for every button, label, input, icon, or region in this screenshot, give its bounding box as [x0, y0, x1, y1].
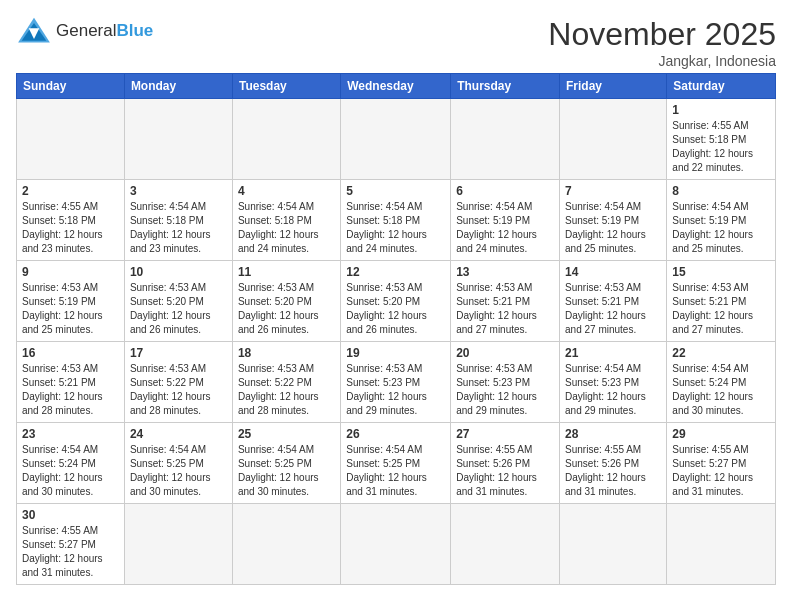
calendar-header-row: Sunday Monday Tuesday Wednesday Thursday… — [17, 74, 776, 99]
day-number: 29 — [672, 427, 770, 441]
day-info: Sunrise: 4:53 AM Sunset: 5:23 PM Dayligh… — [456, 362, 554, 418]
day-info: Sunrise: 4:54 AM Sunset: 5:18 PM Dayligh… — [238, 200, 335, 256]
day-info: Sunrise: 4:54 AM Sunset: 5:18 PM Dayligh… — [346, 200, 445, 256]
table-row: 9Sunrise: 4:53 AM Sunset: 5:19 PM Daylig… — [17, 261, 125, 342]
table-row: 4Sunrise: 4:54 AM Sunset: 5:18 PM Daylig… — [232, 180, 340, 261]
table-row — [124, 99, 232, 180]
table-row — [341, 504, 451, 585]
day-info: Sunrise: 4:55 AM Sunset: 5:18 PM Dayligh… — [22, 200, 119, 256]
day-number: 9 — [22, 265, 119, 279]
day-number: 19 — [346, 346, 445, 360]
header-saturday: Saturday — [667, 74, 776, 99]
day-number: 30 — [22, 508, 119, 522]
table-row: 5Sunrise: 4:54 AM Sunset: 5:18 PM Daylig… — [341, 180, 451, 261]
header-friday: Friday — [560, 74, 667, 99]
day-info: Sunrise: 4:53 AM Sunset: 5:20 PM Dayligh… — [238, 281, 335, 337]
table-row: 2Sunrise: 4:55 AM Sunset: 5:18 PM Daylig… — [17, 180, 125, 261]
table-row: 24Sunrise: 4:54 AM Sunset: 5:25 PM Dayli… — [124, 423, 232, 504]
table-row: 8Sunrise: 4:54 AM Sunset: 5:19 PM Daylig… — [667, 180, 776, 261]
day-info: Sunrise: 4:55 AM Sunset: 5:26 PM Dayligh… — [456, 443, 554, 499]
calendar: Sunday Monday Tuesday Wednesday Thursday… — [16, 73, 776, 585]
day-info: Sunrise: 4:54 AM Sunset: 5:19 PM Dayligh… — [456, 200, 554, 256]
location: Jangkar, Indonesia — [548, 53, 776, 69]
table-row: 13Sunrise: 4:53 AM Sunset: 5:21 PM Dayli… — [451, 261, 560, 342]
table-row: 19Sunrise: 4:53 AM Sunset: 5:23 PM Dayli… — [341, 342, 451, 423]
header-tuesday: Tuesday — [232, 74, 340, 99]
table-row: 6Sunrise: 4:54 AM Sunset: 5:19 PM Daylig… — [451, 180, 560, 261]
table-row — [124, 504, 232, 585]
table-row — [451, 99, 560, 180]
table-row: 16Sunrise: 4:53 AM Sunset: 5:21 PM Dayli… — [17, 342, 125, 423]
header-monday: Monday — [124, 74, 232, 99]
day-info: Sunrise: 4:53 AM Sunset: 5:21 PM Dayligh… — [672, 281, 770, 337]
table-row — [232, 99, 340, 180]
day-info: Sunrise: 4:54 AM Sunset: 5:18 PM Dayligh… — [130, 200, 227, 256]
page-header: GeneralBlue November 2025 Jangkar, Indon… — [16, 16, 776, 69]
table-row — [667, 504, 776, 585]
table-row: 22Sunrise: 4:54 AM Sunset: 5:24 PM Dayli… — [667, 342, 776, 423]
logo-text: GeneralBlue — [56, 21, 153, 41]
day-number: 11 — [238, 265, 335, 279]
day-number: 2 — [22, 184, 119, 198]
table-row: 29Sunrise: 4:55 AM Sunset: 5:27 PM Dayli… — [667, 423, 776, 504]
table-row: 20Sunrise: 4:53 AM Sunset: 5:23 PM Dayli… — [451, 342, 560, 423]
table-row: 11Sunrise: 4:53 AM Sunset: 5:20 PM Dayli… — [232, 261, 340, 342]
day-info: Sunrise: 4:54 AM Sunset: 5:25 PM Dayligh… — [130, 443, 227, 499]
table-row — [560, 504, 667, 585]
day-number: 21 — [565, 346, 661, 360]
table-row: 30Sunrise: 4:55 AM Sunset: 5:27 PM Dayli… — [17, 504, 125, 585]
day-info: Sunrise: 4:54 AM Sunset: 5:25 PM Dayligh… — [346, 443, 445, 499]
day-info: Sunrise: 4:53 AM Sunset: 5:21 PM Dayligh… — [22, 362, 119, 418]
day-number: 5 — [346, 184, 445, 198]
logo: GeneralBlue — [16, 16, 153, 46]
day-info: Sunrise: 4:53 AM Sunset: 5:22 PM Dayligh… — [238, 362, 335, 418]
logo-icon — [16, 16, 52, 46]
day-number: 27 — [456, 427, 554, 441]
table-row: 21Sunrise: 4:54 AM Sunset: 5:23 PM Dayli… — [560, 342, 667, 423]
day-number: 6 — [456, 184, 554, 198]
day-info: Sunrise: 4:54 AM Sunset: 5:25 PM Dayligh… — [238, 443, 335, 499]
day-info: Sunrise: 4:53 AM Sunset: 5:20 PM Dayligh… — [346, 281, 445, 337]
day-info: Sunrise: 4:53 AM Sunset: 5:20 PM Dayligh… — [130, 281, 227, 337]
table-row: 7Sunrise: 4:54 AM Sunset: 5:19 PM Daylig… — [560, 180, 667, 261]
day-number: 1 — [672, 103, 770, 117]
day-info: Sunrise: 4:53 AM Sunset: 5:21 PM Dayligh… — [565, 281, 661, 337]
day-info: Sunrise: 4:54 AM Sunset: 5:19 PM Dayligh… — [565, 200, 661, 256]
day-number: 14 — [565, 265, 661, 279]
day-number: 25 — [238, 427, 335, 441]
day-number: 17 — [130, 346, 227, 360]
day-info: Sunrise: 4:55 AM Sunset: 5:27 PM Dayligh… — [672, 443, 770, 499]
table-row: 27Sunrise: 4:55 AM Sunset: 5:26 PM Dayli… — [451, 423, 560, 504]
day-number: 28 — [565, 427, 661, 441]
day-info: Sunrise: 4:55 AM Sunset: 5:27 PM Dayligh… — [22, 524, 119, 580]
day-number: 4 — [238, 184, 335, 198]
day-number: 16 — [22, 346, 119, 360]
table-row — [451, 504, 560, 585]
table-row: 14Sunrise: 4:53 AM Sunset: 5:21 PM Dayli… — [560, 261, 667, 342]
table-row: 23Sunrise: 4:54 AM Sunset: 5:24 PM Dayli… — [17, 423, 125, 504]
day-number: 18 — [238, 346, 335, 360]
table-row — [232, 504, 340, 585]
day-number: 22 — [672, 346, 770, 360]
day-number: 24 — [130, 427, 227, 441]
table-row: 28Sunrise: 4:55 AM Sunset: 5:26 PM Dayli… — [560, 423, 667, 504]
table-row: 3Sunrise: 4:54 AM Sunset: 5:18 PM Daylig… — [124, 180, 232, 261]
day-number: 15 — [672, 265, 770, 279]
table-row: 1Sunrise: 4:55 AM Sunset: 5:18 PM Daylig… — [667, 99, 776, 180]
month-title: November 2025 — [548, 16, 776, 53]
day-number: 3 — [130, 184, 227, 198]
day-info: Sunrise: 4:53 AM Sunset: 5:23 PM Dayligh… — [346, 362, 445, 418]
header-thursday: Thursday — [451, 74, 560, 99]
table-row: 17Sunrise: 4:53 AM Sunset: 5:22 PM Dayli… — [124, 342, 232, 423]
day-number: 13 — [456, 265, 554, 279]
table-row — [17, 99, 125, 180]
day-info: Sunrise: 4:54 AM Sunset: 5:24 PM Dayligh… — [672, 362, 770, 418]
day-number: 23 — [22, 427, 119, 441]
day-info: Sunrise: 4:53 AM Sunset: 5:22 PM Dayligh… — [130, 362, 227, 418]
table-row: 10Sunrise: 4:53 AM Sunset: 5:20 PM Dayli… — [124, 261, 232, 342]
day-info: Sunrise: 4:55 AM Sunset: 5:26 PM Dayligh… — [565, 443, 661, 499]
day-info: Sunrise: 4:53 AM Sunset: 5:21 PM Dayligh… — [456, 281, 554, 337]
day-number: 10 — [130, 265, 227, 279]
header-sunday: Sunday — [17, 74, 125, 99]
title-block: November 2025 Jangkar, Indonesia — [548, 16, 776, 69]
